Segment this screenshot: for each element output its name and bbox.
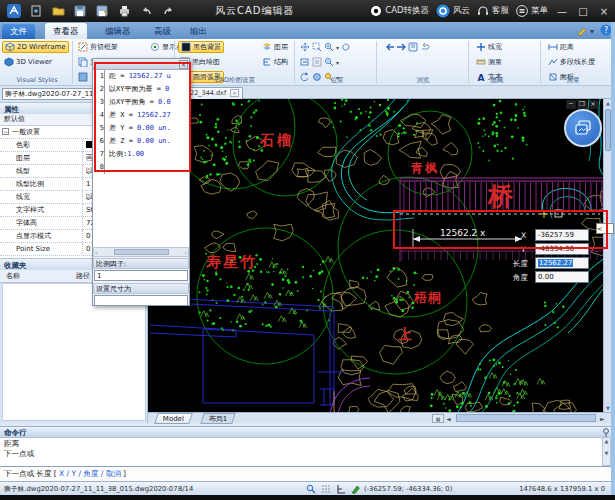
hscroll-thumb[interactable] (456, 414, 596, 422)
print-button[interactable] (116, 4, 132, 19)
undo-button[interactable] (138, 4, 154, 19)
open-folder-button[interactable] (50, 4, 66, 19)
style-pen-icon[interactable] (577, 25, 588, 38)
cad-canvas[interactable]: 12562.2 x 石榴 青枫 桥 寿星竹 梧桐 上 (148, 99, 611, 412)
draft-pencil-icon[interactable] (351, 484, 361, 494)
wireframe-2d-button[interactable]: 2D Wireframe (2, 41, 69, 53)
tree-dot (479, 363, 481, 365)
tree-dot (390, 271, 392, 273)
scale-factor-input[interactable]: 1 (94, 270, 188, 281)
prompt-text: 下一点或 长度 [ (4, 469, 59, 478)
angle-input[interactable]: 0.00 (535, 271, 589, 283)
vscroll-thumb[interactable] (605, 109, 611, 151)
clip-frame-button[interactable]: 剪切框架 (76, 41, 120, 53)
zoom-extents-icon[interactable] (312, 57, 322, 67)
name-column-header[interactable]: 名称 (6, 270, 20, 282)
tree-dot (319, 271, 322, 274)
bookmark-page-icon[interactable] (408, 42, 418, 52)
extra-tool-button[interactable] (76, 71, 90, 83)
viewer-3d-button[interactable]: 3D Viewer (2, 56, 54, 68)
property-label: 线型 (16, 165, 30, 177)
path-column-header[interactable]: 路径 (76, 270, 90, 282)
return-view-icon[interactable] (420, 42, 430, 52)
layout-list-icon[interactable]: ▦ (432, 414, 444, 423)
command-scrollbar[interactable]: ▲▼ (602, 437, 611, 466)
screenshot-fab-button[interactable] (564, 109, 602, 147)
zoom-out-icon[interactable] (324, 57, 334, 67)
scroll-up-icon[interactable]: ▲ (604, 99, 612, 107)
prompt-option-2[interactable]: 角度 (83, 469, 98, 478)
tree-dot (562, 306, 564, 308)
label-qiao: 桥 (487, 182, 514, 211)
menu-button[interactable]: 菜单 (516, 5, 548, 17)
tree-dot (312, 288, 313, 289)
black-background-button[interactable]: 黑色背景 (178, 41, 224, 53)
fengyun-button[interactable]: 风云 (436, 4, 470, 18)
mdi-minimize-icon[interactable]: ─ (566, 100, 576, 109)
status-filename: 狮子林.dwg2020-07-27_11_11_38_015.dwg2020-0… (0, 484, 178, 494)
set-size-input[interactable] (94, 295, 188, 306)
tree-dot (209, 309, 211, 311)
tree-dot (522, 139, 525, 142)
service-button[interactable]: 客服 (477, 5, 509, 17)
close-button[interactable]: × (597, 6, 611, 17)
hscroll-right-icon[interactable]: ► (600, 415, 605, 422)
command-history[interactable]: 距离 下一点或 (0, 437, 615, 466)
tab-editor[interactable]: 编辑器 (97, 23, 139, 39)
grid-icon[interactable] (321, 484, 331, 494)
layers-button[interactable]: 图层 (260, 41, 290, 53)
back-arrow-icon[interactable] (384, 42, 394, 52)
tree-dot (216, 118, 219, 121)
mdi-close-icon[interactable]: × (588, 100, 598, 109)
snap-icon[interactable] (306, 484, 316, 494)
measure-toggle[interactable]: 测量 (474, 56, 504, 68)
document-tab-close-icon[interactable]: × (230, 89, 239, 97)
property-label: 图层 (16, 152, 30, 164)
lasso-icon[interactable] (341, 42, 351, 52)
tab-file[interactable]: 文件 (2, 24, 35, 39)
pan-icon[interactable] (300, 42, 310, 52)
cad-converter-button[interactable]: CAD转换器 (370, 5, 429, 17)
polyline-length-button[interactable]: 多段线长度 (546, 56, 597, 68)
document-tab[interactable]: 22_344.dxf × (186, 87, 243, 99)
prompt-option-3[interactable]: 取消 (106, 469, 121, 478)
dialog-hscrollbar[interactable]: ‹› (93, 247, 189, 257)
length-input[interactable]: 12562.27 (535, 257, 589, 269)
save-as-button[interactable] (94, 4, 110, 19)
structure-button[interactable]: 结构 (260, 56, 290, 68)
save-button[interactable] (72, 4, 88, 19)
copy-emf-icon (78, 57, 88, 67)
tree-dot (212, 322, 215, 325)
distance-button[interactable]: 距离 (546, 41, 576, 53)
zoom-in-icon[interactable] (324, 42, 334, 52)
redo-button[interactable] (160, 4, 176, 19)
command-line-header[interactable]: 命令行 (0, 426, 615, 437)
tree-dot (265, 325, 268, 328)
minimize-button[interactable]: — (555, 6, 569, 17)
line-width-toggle[interactable]: 线宽 (474, 41, 504, 53)
zoom-window-icon[interactable] (312, 42, 322, 52)
model-tab[interactable]: Model (154, 413, 193, 424)
label-wutong: 梧桐 (413, 290, 442, 305)
mdi-restore-icon[interactable]: ❐ (577, 100, 587, 109)
tab-output[interactable]: 输出 (182, 23, 215, 39)
forward-arrow-icon[interactable] (396, 42, 406, 52)
ribbon-collapse-icon[interactable]: ▾ (590, 27, 594, 36)
collapse-icon[interactable]: − (2, 128, 9, 135)
tree-dot (215, 144, 217, 146)
canvas-vertical-scrollbar[interactable]: ▲ ▼ (603, 99, 611, 412)
scroll-down-icon[interactable]: ▼ (604, 404, 612, 412)
command-prompt[interactable]: 下一点或 长度 [ X / Y / 角度 / 取消 ] (0, 466, 615, 481)
tab-advanced[interactable]: 高级 (146, 23, 179, 39)
hscroll-left-icon[interactable]: ◄ (446, 415, 451, 422)
tree-dot (515, 369, 517, 371)
ortho-icon[interactable] (336, 484, 346, 494)
tree-dot (556, 303, 558, 305)
tree-dot (554, 322, 556, 324)
maximize-button[interactable]: □ (576, 6, 590, 17)
tree-dot (496, 116, 499, 119)
tab-viewer[interactable]: 查看器 (45, 23, 87, 39)
layout1-tab[interactable]: 布局1 (200, 413, 236, 424)
new-file-button[interactable] (28, 4, 44, 19)
zoom-previous-icon[interactable] (300, 57, 310, 67)
